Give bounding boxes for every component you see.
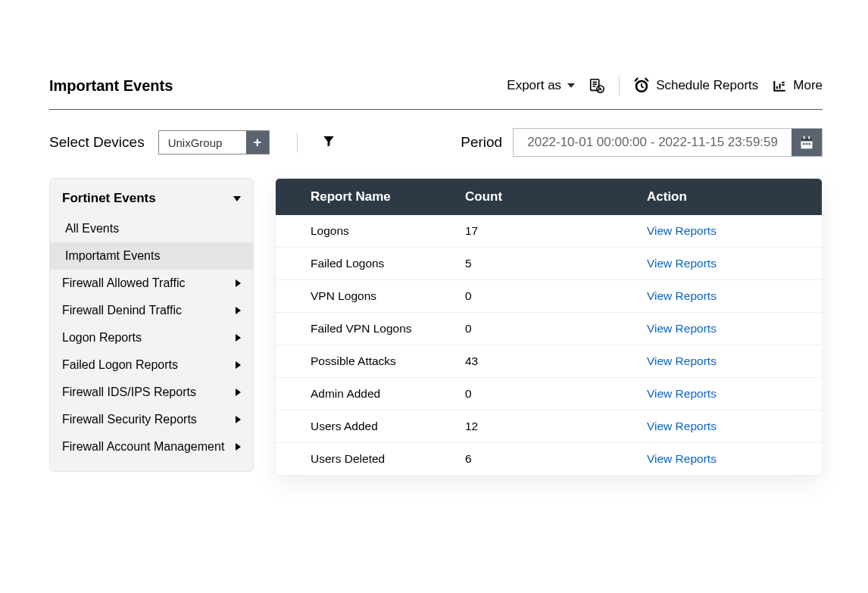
table-row: Failed Logons5View Reports xyxy=(276,248,822,280)
reports-table: Report Name Count Action Logons17View Re… xyxy=(275,178,823,476)
svg-rect-25 xyxy=(809,143,811,145)
chevron-right-icon xyxy=(236,389,241,396)
col-header-name: Report Name xyxy=(276,189,465,204)
sidebar-item[interactable]: Firewall Account Management xyxy=(50,433,253,460)
more-icon xyxy=(772,78,787,93)
svg-line-13 xyxy=(646,79,648,81)
sidebar-item[interactable]: Logon Reports xyxy=(50,324,253,351)
table-row: Users Added12View Reports xyxy=(276,410,822,443)
calendar-icon xyxy=(799,135,814,150)
sidebar-item-label: Firewall Security Reports xyxy=(62,413,197,426)
device-select[interactable]: UnixGroup + xyxy=(158,130,270,154)
date-range-input[interactable]: 2022-10-01 00:00:00 - 2022-11-15 23:59:5… xyxy=(513,128,823,157)
svg-line-12 xyxy=(635,79,638,81)
svg-rect-19 xyxy=(801,138,813,141)
report-count: 17 xyxy=(465,224,647,238)
report-count: 5 xyxy=(465,257,647,270)
view-reports-link[interactable]: View Reports xyxy=(647,224,717,237)
report-name: Failed VPN Logons xyxy=(276,322,465,336)
table-row: Users Deleted6View Reports xyxy=(276,443,822,475)
report-count: 0 xyxy=(465,387,647,401)
sidebar-item-label: Firewall Denind Traffic xyxy=(62,304,182,317)
more-button[interactable]: More xyxy=(772,78,823,93)
table-row: VPN Logons0View Reports xyxy=(276,280,822,313)
sidebar-item[interactable]: Firewall Security Reports xyxy=(50,406,253,433)
sidebar-item[interactable]: Firewall Allowed Traffic xyxy=(50,270,253,297)
chevron-right-icon xyxy=(236,334,241,342)
table-row: Logons17View Reports xyxy=(276,215,822,248)
add-device-button[interactable]: + xyxy=(246,131,269,154)
select-devices-label: Select Devices xyxy=(49,134,145,151)
sidebar-item-label: Importamt Events xyxy=(65,249,160,263)
sidebar: Fortinet Events All EventsImportamt Even… xyxy=(49,178,254,472)
svg-rect-15 xyxy=(779,84,781,89)
svg-rect-23 xyxy=(803,143,805,145)
table-row: Failed VPN Logons0View Reports xyxy=(276,313,822,345)
svg-rect-0 xyxy=(591,80,599,91)
export-as-label: Export as xyxy=(507,78,561,93)
view-reports-link[interactable]: View Reports xyxy=(647,452,717,465)
svg-rect-14 xyxy=(776,86,778,89)
sidebar-item[interactable]: Importamt Events xyxy=(50,242,253,270)
view-reports-link[interactable]: View Reports xyxy=(647,257,717,270)
sidebar-item[interactable]: Firewall IDS/IPS Reports xyxy=(50,379,253,406)
view-reports-link[interactable]: View Reports xyxy=(647,354,717,367)
period-label: Period xyxy=(461,134,502,151)
view-reports-link[interactable]: View Reports xyxy=(647,289,717,302)
sidebar-item[interactable]: All Events xyxy=(50,215,253,242)
view-reports-link[interactable]: View Reports xyxy=(647,387,717,400)
report-name: Possible Attacks xyxy=(276,354,465,368)
report-count: 6 xyxy=(465,452,647,466)
calendar-button[interactable] xyxy=(792,129,822,156)
schedule-reports-label: Schedule Reports xyxy=(656,78,758,93)
page-title: Important Events xyxy=(49,77,173,95)
col-header-action: Action xyxy=(647,189,822,204)
col-header-count: Count xyxy=(465,189,647,204)
header-actions: Export as xyxy=(507,76,823,95)
table-header: Report Name Count Action xyxy=(276,179,822,215)
chevron-right-icon xyxy=(236,307,241,314)
separator xyxy=(619,76,620,95)
sidebar-item[interactable]: Firewall Denind Traffic xyxy=(50,297,253,324)
more-label: More xyxy=(793,78,823,93)
export-as-button[interactable]: Export as xyxy=(507,78,575,93)
separator xyxy=(297,133,298,152)
chevron-right-icon xyxy=(236,361,241,369)
filter-button[interactable] xyxy=(322,134,336,151)
date-range-value: 2022-10-01 00:00:00 - 2022-11-15 23:59:5… xyxy=(514,129,792,156)
report-count: 0 xyxy=(465,322,647,336)
alarm-clock-icon xyxy=(633,77,650,94)
report-count: 0 xyxy=(465,289,647,303)
table-row: Admin Added0View Reports xyxy=(276,378,822,410)
svg-line-6 xyxy=(601,89,602,90)
chevron-right-icon xyxy=(236,443,241,451)
report-clock-icon xyxy=(589,77,605,94)
funnel-icon xyxy=(322,134,336,148)
report-name: Users Added xyxy=(276,420,465,433)
sidebar-item[interactable]: Failed Logon Reports xyxy=(50,351,253,379)
schedule-reports-button[interactable]: Schedule Reports xyxy=(633,77,758,94)
view-reports-link[interactable]: View Reports xyxy=(647,322,717,335)
report-name: VPN Logons xyxy=(276,289,465,303)
sidebar-header[interactable]: Fortinet Events xyxy=(50,179,253,215)
report-name: Logons xyxy=(276,224,465,238)
view-reports-link[interactable]: View Reports xyxy=(647,420,717,432)
sidebar-item-label: Logon Reports xyxy=(62,331,142,345)
sidebar-item-label: Firewall IDS/IPS Reports xyxy=(62,385,196,399)
report-count: 12 xyxy=(465,420,647,433)
report-count: 43 xyxy=(465,354,647,368)
svg-line-11 xyxy=(642,86,644,87)
sidebar-item-label: All Events xyxy=(65,222,119,236)
chevron-right-icon xyxy=(236,279,241,287)
sidebar-item-label: Firewall Account Management xyxy=(62,440,224,454)
sidebar-item-label: Firewall Allowed Traffic xyxy=(62,276,185,290)
device-select-value: UnixGroup xyxy=(159,131,246,154)
report-name: Users Deleted xyxy=(276,452,465,466)
svg-rect-24 xyxy=(806,143,808,145)
report-name: Failed Logons xyxy=(276,257,465,270)
report-clock-button[interactable] xyxy=(589,77,605,94)
chevron-right-icon xyxy=(236,416,241,423)
table-row: Possible Attacks43View Reports xyxy=(276,345,822,378)
sidebar-header-label: Fortinet Events xyxy=(62,191,156,206)
report-name: Admin Added xyxy=(276,387,465,401)
